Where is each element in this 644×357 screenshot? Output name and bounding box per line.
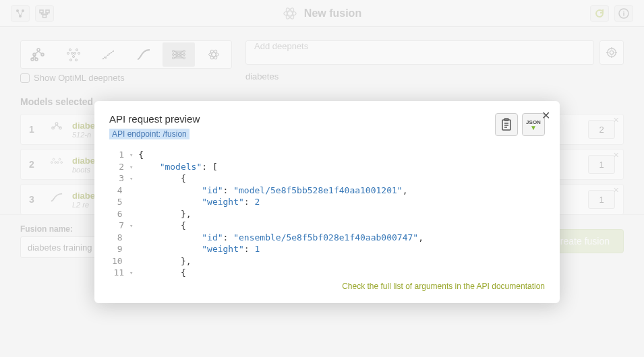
svg-point-50 (61, 162, 63, 164)
api-preview-modal: ✕ API request preview API endpoint: /fus… (94, 101, 560, 303)
row-number: 1 (29, 124, 41, 135)
svg-rect-5 (43, 15, 47, 18)
tab-tree[interactable] (22, 42, 55, 67)
model-type-tabs (20, 40, 232, 69)
svg-point-20 (78, 53, 80, 55)
svg-point-6 (284, 11, 296, 15)
svg-point-21 (73, 56, 75, 58)
model-type-icon (49, 192, 64, 207)
svg-point-40 (608, 48, 616, 57)
remove-row-icon[interactable]: ✕ (613, 151, 619, 160)
top-bar: New fusion (0, 0, 644, 27)
api-endpoint-label: API endpoint: /fusion (109, 129, 189, 139)
nav-icon-1[interactable] (11, 5, 30, 22)
show-optiml-row[interactable]: Show OptiML deepnets (20, 73, 232, 83)
page-title-text: New fusion (304, 7, 361, 20)
svg-point-16 (67, 53, 69, 55)
svg-point-15 (69, 49, 71, 51)
create-fusion-label: Create fusion (554, 236, 610, 247)
target-button[interactable] (599, 40, 624, 65)
svg-point-45 (53, 158, 55, 160)
svg-point-10 (37, 48, 40, 51)
search-input[interactable]: Add deepnets (245, 40, 594, 65)
svg-rect-3 (40, 10, 43, 13)
svg-point-49 (57, 162, 59, 164)
model-type-icon (49, 157, 64, 172)
nav-icon-2[interactable] (35, 5, 54, 22)
svg-point-46 (51, 162, 53, 164)
model-type-icon (49, 122, 64, 137)
svg-point-37 (209, 53, 219, 57)
page-title: New fusion (283, 6, 361, 21)
svg-point-18 (76, 49, 78, 51)
show-optiml-checkbox[interactable] (20, 73, 30, 83)
svg-point-42 (55, 123, 58, 125)
remove-row-icon[interactable]: ✕ (613, 116, 619, 125)
tab-logistic[interactable] (92, 42, 125, 67)
svg-point-19 (74, 53, 76, 55)
fusion-icon (283, 6, 297, 21)
code-preview: 1 ▾ 2 ▾ 3 ▾ 4 5 6 7 ▾ 8 9 10 11 ▾ { "mod… (109, 146, 545, 279)
svg-point-48 (59, 158, 61, 160)
svg-rect-4 (46, 10, 49, 13)
refresh-icon[interactable] (590, 5, 609, 22)
svg-point-22 (70, 59, 72, 61)
search-sub-label: diabetes (245, 71, 624, 82)
show-optiml-label: Show OptiML deepnets (34, 73, 125, 83)
close-icon[interactable]: ✕ (541, 109, 550, 122)
info-icon[interactable] (614, 5, 633, 22)
clipboard-icon[interactable] (495, 113, 518, 136)
api-doc-link[interactable]: Check the full list of arguments in the … (109, 282, 545, 291)
svg-point-47 (55, 162, 57, 164)
svg-point-41 (610, 51, 613, 54)
row-number: 3 (29, 194, 41, 205)
modal-title: API request preview (109, 113, 200, 125)
weight-input[interactable]: 2 (588, 120, 615, 139)
svg-point-23 (76, 59, 78, 61)
weight-input[interactable]: 1 (588, 155, 615, 174)
tab-ensemble[interactable] (57, 42, 90, 67)
svg-point-17 (71, 53, 74, 55)
tab-fusion[interactable] (198, 42, 230, 67)
tab-linear[interactable] (127, 42, 160, 67)
row-number: 2 (29, 159, 41, 170)
tab-deepnet[interactable] (163, 42, 195, 67)
remove-row-icon[interactable]: ✕ (613, 186, 619, 195)
weight-input[interactable]: 1 (588, 190, 615, 209)
